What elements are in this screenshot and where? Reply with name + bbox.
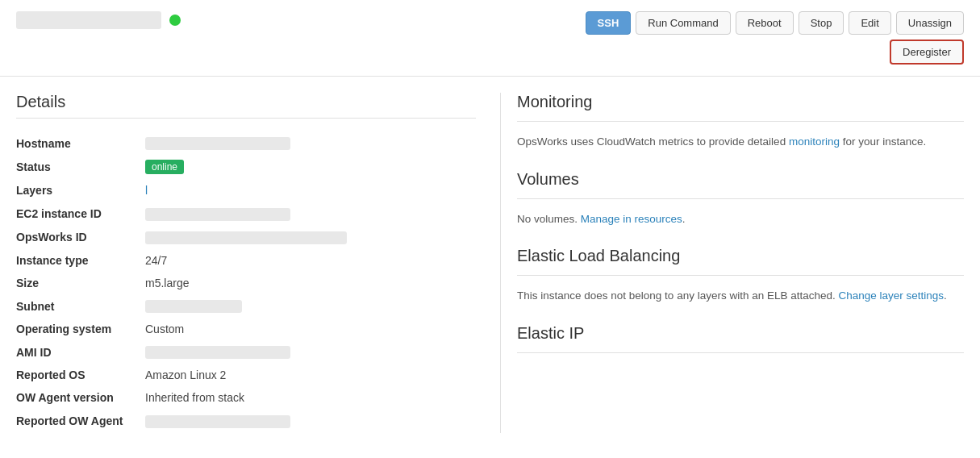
table-row: Subnet [16, 294, 476, 318]
field-value: Amazon Linux 2 [145, 364, 476, 386]
monitoring-text: OpsWorks uses CloudWatch metrics to prov… [517, 133, 964, 151]
field-label: Layers [16, 179, 145, 202]
instance-type-value: 24/7 [145, 254, 167, 267]
deregister-button[interactable]: Deregister [890, 40, 964, 65]
table-row: EC2 instance ID [16, 202, 476, 225]
elb-text-before: This instance does not belong to any lay… [517, 289, 839, 302]
volumes-text-after: . [682, 213, 686, 225]
layers-link[interactable]: l [145, 184, 148, 197]
elastic-ip-section: Elastic IP [517, 324, 964, 353]
elb-text: This instance does not belong to any lay… [517, 287, 964, 305]
field-label: Hostname [16, 131, 145, 155]
volumes-text-before: No volumes. [517, 213, 581, 225]
monitoring-divider [517, 121, 964, 122]
ow-agent-value: Inherited from stack [145, 391, 244, 404]
opsworks-id-placeholder [145, 231, 347, 244]
field-value [145, 294, 476, 318]
stop-button[interactable]: Stop [799, 11, 844, 35]
field-label: EC2 instance ID [16, 202, 145, 225]
volumes-text: No volumes. Manage in resources. [517, 210, 964, 228]
table-row: Layers l [16, 179, 476, 202]
edit-button[interactable]: Edit [849, 11, 890, 35]
reported-os-value: Amazon Linux 2 [145, 368, 226, 381]
elb-divider [517, 275, 964, 276]
field-label: Reported OS [16, 364, 145, 386]
change-layer-settings-link[interactable]: Change layer settings [839, 289, 945, 302]
manage-resources-link[interactable]: Manage in resources [581, 213, 682, 225]
field-label: OpsWorks ID [16, 226, 145, 249]
instance-name-area [16, 11, 181, 29]
details-table: Hostname Status online Layers l EC2 inst… [16, 131, 476, 433]
table-row: Size m5.large [16, 272, 476, 294]
monitoring-text-before: OpsWorks uses CloudWatch metrics to prov… [517, 135, 789, 148]
table-row: Operating system Custom [16, 318, 476, 340]
field-label: OW Agent version [16, 386, 145, 409]
field-label: AMI ID [16, 340, 145, 364]
reboot-button[interactable]: Reboot [736, 11, 794, 35]
field-label: Subnet [16, 294, 145, 318]
elb-title: Elastic Load Balancing [517, 247, 964, 265]
field-label: Reported OW Agent [16, 409, 145, 432]
volumes-title: Volumes [517, 170, 964, 189]
hostname-placeholder [145, 137, 290, 150]
field-value [145, 340, 476, 364]
field-value [145, 226, 476, 249]
field-value: 24/7 [145, 249, 476, 272]
table-row: OpsWorks ID [16, 226, 476, 249]
os-value: Custom [145, 323, 184, 335]
field-label: Size [16, 272, 145, 294]
field-label: Status [16, 155, 145, 179]
field-value: Inherited from stack [145, 386, 476, 409]
field-label: Operating system [16, 318, 145, 340]
instance-name-placeholder [16, 11, 161, 29]
field-value: m5.large [145, 272, 476, 294]
table-row: AMI ID [16, 340, 476, 364]
second-row-buttons: Deregister [586, 40, 964, 65]
table-row: Status online [16, 155, 476, 179]
status-badge: online [145, 160, 184, 174]
table-row: Reported OW Agent [16, 409, 476, 432]
field-label: Instance type [16, 249, 145, 272]
action-buttons-area: SSH Run Command Reboot Stop Edit Unassig… [586, 11, 964, 65]
ami-id-placeholder [145, 346, 290, 359]
ec2-id-placeholder [145, 208, 290, 221]
field-value: online [145, 155, 476, 179]
field-value [145, 409, 476, 432]
run-command-button[interactable]: Run Command [636, 11, 730, 35]
main-content: Details Hostname Status online Layers l … [0, 77, 980, 449]
table-row: OW Agent version Inherited from stack [16, 386, 476, 409]
details-title: Details [16, 93, 476, 119]
reported-ow-agent-placeholder [145, 415, 290, 428]
monitoring-link[interactable]: monitoring [789, 135, 840, 148]
monitoring-title: Monitoring [517, 93, 964, 111]
volumes-divider [517, 198, 964, 199]
top-row-buttons: SSH Run Command Reboot Stop Edit Unassig… [586, 11, 964, 35]
top-bar: SSH Run Command Reboot Stop Edit Unassig… [0, 0, 980, 77]
table-row: Reported OS Amazon Linux 2 [16, 364, 476, 386]
monitoring-section: Monitoring OpsWorks uses CloudWatch metr… [517, 93, 964, 151]
volumes-section: Volumes No volumes. Manage in resources. [517, 170, 964, 228]
unassign-button[interactable]: Unassign [896, 11, 964, 35]
field-value: l [145, 179, 476, 202]
monitoring-text-after: for your instance. [840, 135, 926, 148]
field-value [145, 202, 476, 225]
left-panel: Details Hostname Status online Layers l … [16, 93, 500, 433]
right-panel: Monitoring OpsWorks uses CloudWatch metr… [500, 93, 964, 433]
subnet-placeholder [145, 300, 242, 313]
ssh-button[interactable]: SSH [586, 11, 632, 35]
field-value [145, 131, 476, 155]
elastic-ip-divider [517, 352, 964, 353]
status-dot-green [169, 15, 181, 26]
table-row: Hostname [16, 131, 476, 155]
table-row: Instance type 24/7 [16, 249, 476, 272]
field-value: Custom [145, 318, 476, 340]
size-value: m5.large [145, 277, 189, 289]
elb-section: Elastic Load Balancing This instance doe… [517, 247, 964, 305]
elastic-ip-title: Elastic IP [517, 324, 964, 343]
elb-text-after: . [944, 289, 947, 302]
